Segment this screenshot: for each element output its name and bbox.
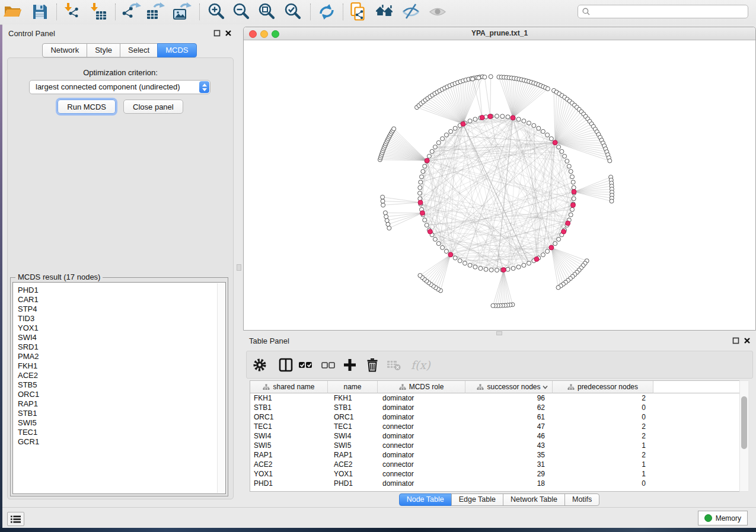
criterion-select[interactable]: largest connected component (undirected) [29,80,210,94]
table-cell: 18 [465,479,553,488]
task-history-button[interactable] [7,512,24,526]
zoom-out-icon[interactable] [231,2,251,22]
mcds-result-item[interactable]: YOX1 [13,323,225,333]
tab-network-table[interactable]: Network Table [503,493,565,506]
table-row[interactable]: YOX1YOX1connector291 [250,469,739,479]
table-cell: 61 [465,412,553,422]
table-row[interactable]: PHD1PHD1dominator180 [250,479,739,488]
tab-mcds[interactable]: MCDS [157,43,196,57]
mcds-result-item[interactable]: CAR1 [13,295,225,305]
close-table-panel-icon[interactable] [744,337,751,344]
network-window-titlebar[interactable]: YPA_prune.txt_1 [244,27,755,40]
table-export-icon[interactable] [145,2,165,22]
table-cell: FKH1 [328,393,378,403]
table-scrollbar[interactable] [739,380,748,492]
close-panel-icon[interactable] [225,30,232,37]
mcds-result-item[interactable]: GCR1 [13,437,225,447]
trash-icon[interactable] [365,357,380,373]
mcds-result-item[interactable]: TEC1 [13,428,225,437]
column-header-shared-name[interactable]: shared name [250,381,328,393]
tab-node-table[interactable]: Node Table [399,493,452,506]
list-scrollbar[interactable] [217,283,225,493]
float-panel-icon[interactable] [213,30,221,37]
mcds-result-item[interactable]: SWI5 [13,418,225,428]
table-import-icon[interactable] [88,2,109,22]
vertical-splitter-handle[interactable] [237,264,241,271]
tab-motifs[interactable]: Motifs [564,493,599,506]
table-row[interactable]: ACE2ACE2connector311 [250,460,739,469]
table-scrollbar-thumb[interactable] [741,396,747,449]
mcds-result-item[interactable]: STP4 [13,305,225,314]
table-row[interactable]: FKH1FKH1dominator962 [250,393,739,403]
zoom-fit-icon[interactable] [257,2,277,22]
maximize-window-icon[interactable] [272,30,279,38]
toolbar-separator [115,4,116,20]
gear-icon[interactable] [252,357,267,373]
tab-select[interactable]: Select [120,43,158,57]
table-cell: RAP1 [250,450,328,460]
table-row[interactable]: TEC1TEC1connector472 [250,422,739,431]
tab-network[interactable]: Network [42,43,87,57]
table-cell: 43 [465,441,553,450]
close-panel-button[interactable]: Close panel [123,100,183,114]
column-header-name[interactable]: name [328,381,378,393]
columns-icon[interactable] [278,357,294,373]
toolbar-separator [56,4,57,20]
table-cell: TEC1 [250,422,328,431]
document-share-icon[interactable] [349,2,369,22]
network-canvas[interactable] [244,40,755,330]
table-row[interactable]: SWI4SWI4dominator462 [250,431,739,441]
close-window-icon[interactable] [249,30,257,38]
mcds-result-list[interactable]: PHD1CAR1STP4TID3YOX1SWI4SRD1PMA2FKH1ACE2… [12,282,226,494]
mcds-result-item[interactable]: SRD1 [13,342,225,352]
refresh-icon[interactable] [317,2,337,22]
houses-icon[interactable] [375,2,395,22]
table-row[interactable]: ORC1ORC1dominator610 [250,412,739,422]
table-cell: 2 [553,450,653,460]
network-export-icon[interactable] [122,2,142,22]
mcds-result-item[interactable]: STB1 [13,409,225,418]
zoom-in-icon[interactable] [206,2,227,22]
run-mcds-button[interactable]: Run MCDS [58,100,116,114]
network-window-title: YPA_prune.txt_1 [244,27,755,39]
zoom-selected-icon[interactable] [283,2,303,22]
float-table-panel-icon[interactable] [732,337,739,344]
table-cell: TEC1 [328,422,378,431]
mcds-result-item[interactable]: STB5 [13,380,225,390]
table-row[interactable]: RAP1RAP1dominator352 [250,450,739,460]
select-all-icon[interactable] [298,357,314,373]
mcds-result-item[interactable]: ACE2 [13,371,225,380]
tab-style[interactable]: Style [87,43,120,57]
tab-edge-table[interactable]: Edge Table [451,493,503,506]
column-header-successor-nodes[interactable]: successor nodes [465,381,553,393]
deselect-all-icon[interactable] [321,357,336,373]
mcds-result-title: MCDS result (17 nodes) [15,273,103,281]
table-row[interactable]: SWI5SWI5connector431 [250,441,739,450]
folder-open-icon[interactable] [3,2,23,22]
search-box[interactable] [578,5,748,18]
mcds-result-item[interactable]: FKH1 [13,361,225,371]
main-toolbar [0,0,756,25]
mcds-result-item[interactable]: SWI4 [13,333,225,342]
select-stepper-icon [199,81,209,93]
column-header-predecessor-nodes[interactable]: predecessor nodes [553,381,653,393]
table-row[interactable]: STB1STB1dominator620 [250,403,739,412]
network-import-icon[interactable] [62,2,82,22]
save-icon[interactable] [30,2,50,22]
eye-slash-icon[interactable] [401,2,421,22]
control-panel: Control Panel NetworkStyleSelectMCDS Opt… [2,27,237,507]
network-graph[interactable] [244,40,755,331]
table-cell: 1 [553,460,653,469]
image-export-icon[interactable] [172,2,192,22]
mcds-result-item[interactable]: TID3 [13,314,225,323]
mcds-result-item[interactable]: PMA2 [13,352,225,361]
mcds-result-item[interactable]: RAP1 [13,399,225,409]
memory-button[interactable]: Memory [698,511,748,525]
mcds-result-item[interactable]: ORC1 [13,390,225,399]
optimization-criterion-label: Optimization criterion: [8,68,233,77]
search-input[interactable] [593,7,744,17]
mcds-result-item[interactable]: PHD1 [13,286,225,295]
minimize-window-icon[interactable] [260,30,268,38]
column-header-MCDS-role[interactable]: MCDS role [378,381,465,393]
add-column-icon[interactable] [342,357,358,373]
